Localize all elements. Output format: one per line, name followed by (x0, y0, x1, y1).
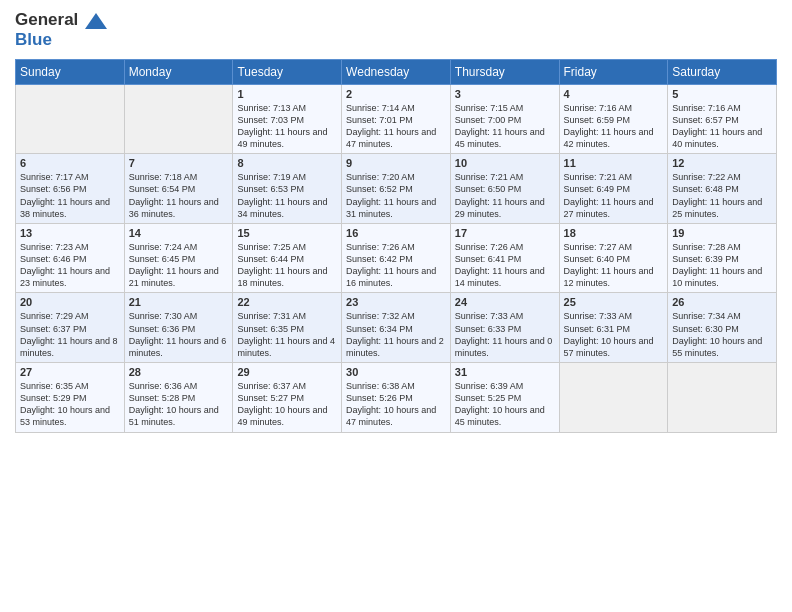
calendar-cell: 7Sunrise: 7:18 AMSunset: 6:54 PMDaylight… (124, 154, 233, 224)
cell-content: Sunrise: 7:16 AMSunset: 6:59 PMDaylight:… (564, 102, 664, 151)
day-number: 16 (346, 227, 446, 239)
cell-content: Sunrise: 7:20 AMSunset: 6:52 PMDaylight:… (346, 171, 446, 220)
weekday-header-wednesday: Wednesday (342, 59, 451, 84)
cell-content: Sunrise: 7:25 AMSunset: 6:44 PMDaylight:… (237, 241, 337, 290)
calendar-cell: 2Sunrise: 7:14 AMSunset: 7:01 PMDaylight… (342, 84, 451, 154)
cell-content: Sunrise: 6:35 AMSunset: 5:29 PMDaylight:… (20, 380, 120, 429)
calendar-cell: 22Sunrise: 7:31 AMSunset: 6:35 PMDayligh… (233, 293, 342, 363)
day-number: 6 (20, 157, 120, 169)
day-number: 15 (237, 227, 337, 239)
calendar-cell: 27Sunrise: 6:35 AMSunset: 5:29 PMDayligh… (16, 363, 125, 433)
calendar-cell: 9Sunrise: 7:20 AMSunset: 6:52 PMDaylight… (342, 154, 451, 224)
day-number: 3 (455, 88, 555, 100)
cell-content: Sunrise: 7:19 AMSunset: 6:53 PMDaylight:… (237, 171, 337, 220)
day-number: 14 (129, 227, 229, 239)
calendar-cell: 14Sunrise: 7:24 AMSunset: 6:45 PMDayligh… (124, 223, 233, 293)
weekday-header-tuesday: Tuesday (233, 59, 342, 84)
day-number: 13 (20, 227, 120, 239)
calendar-cell: 3Sunrise: 7:15 AMSunset: 7:00 PMDaylight… (450, 84, 559, 154)
weekday-header-thursday: Thursday (450, 59, 559, 84)
calendar-cell: 4Sunrise: 7:16 AMSunset: 6:59 PMDaylight… (559, 84, 668, 154)
cell-content: Sunrise: 6:37 AMSunset: 5:27 PMDaylight:… (237, 380, 337, 429)
calendar-cell (16, 84, 125, 154)
cell-content: Sunrise: 7:34 AMSunset: 6:30 PMDaylight:… (672, 310, 772, 359)
day-number: 17 (455, 227, 555, 239)
cell-content: Sunrise: 7:27 AMSunset: 6:40 PMDaylight:… (564, 241, 664, 290)
day-number: 7 (129, 157, 229, 169)
day-number: 22 (237, 296, 337, 308)
cell-content: Sunrise: 7:32 AMSunset: 6:34 PMDaylight:… (346, 310, 446, 359)
day-number: 30 (346, 366, 446, 378)
weekday-header-friday: Friday (559, 59, 668, 84)
day-number: 2 (346, 88, 446, 100)
day-number: 9 (346, 157, 446, 169)
day-number: 10 (455, 157, 555, 169)
cell-content: Sunrise: 7:16 AMSunset: 6:57 PMDaylight:… (672, 102, 772, 151)
calendar-cell: 18Sunrise: 7:27 AMSunset: 6:40 PMDayligh… (559, 223, 668, 293)
calendar-cell: 16Sunrise: 7:26 AMSunset: 6:42 PMDayligh… (342, 223, 451, 293)
cell-content: Sunrise: 7:24 AMSunset: 6:45 PMDaylight:… (129, 241, 229, 290)
day-number: 27 (20, 366, 120, 378)
cell-content: Sunrise: 6:38 AMSunset: 5:26 PMDaylight:… (346, 380, 446, 429)
day-number: 4 (564, 88, 664, 100)
logo-text: General (15, 10, 107, 30)
cell-content: Sunrise: 7:33 AMSunset: 6:33 PMDaylight:… (455, 310, 555, 359)
calendar-cell: 30Sunrise: 6:38 AMSunset: 5:26 PMDayligh… (342, 363, 451, 433)
cell-content: Sunrise: 7:30 AMSunset: 6:36 PMDaylight:… (129, 310, 229, 359)
day-number: 12 (672, 157, 772, 169)
cell-content: Sunrise: 7:29 AMSunset: 6:37 PMDaylight:… (20, 310, 120, 359)
logo: General Blue (15, 10, 107, 51)
calendar-cell: 8Sunrise: 7:19 AMSunset: 6:53 PMDaylight… (233, 154, 342, 224)
calendar-cell: 6Sunrise: 7:17 AMSunset: 6:56 PMDaylight… (16, 154, 125, 224)
day-number: 25 (564, 296, 664, 308)
day-number: 18 (564, 227, 664, 239)
calendar-cell: 12Sunrise: 7:22 AMSunset: 6:48 PMDayligh… (668, 154, 777, 224)
cell-content: Sunrise: 7:17 AMSunset: 6:56 PMDaylight:… (20, 171, 120, 220)
calendar-cell: 26Sunrise: 7:34 AMSunset: 6:30 PMDayligh… (668, 293, 777, 363)
day-number: 23 (346, 296, 446, 308)
calendar-cell: 25Sunrise: 7:33 AMSunset: 6:31 PMDayligh… (559, 293, 668, 363)
cell-content: Sunrise: 7:13 AMSunset: 7:03 PMDaylight:… (237, 102, 337, 151)
weekday-header-saturday: Saturday (668, 59, 777, 84)
day-number: 11 (564, 157, 664, 169)
cell-content: Sunrise: 7:33 AMSunset: 6:31 PMDaylight:… (564, 310, 664, 359)
calendar-cell: 21Sunrise: 7:30 AMSunset: 6:36 PMDayligh… (124, 293, 233, 363)
cell-content: Sunrise: 7:15 AMSunset: 7:00 PMDaylight:… (455, 102, 555, 151)
calendar-cell: 31Sunrise: 6:39 AMSunset: 5:25 PMDayligh… (450, 363, 559, 433)
day-number: 21 (129, 296, 229, 308)
cell-content: Sunrise: 7:26 AMSunset: 6:42 PMDaylight:… (346, 241, 446, 290)
calendar-cell: 23Sunrise: 7:32 AMSunset: 6:34 PMDayligh… (342, 293, 451, 363)
calendar-cell: 10Sunrise: 7:21 AMSunset: 6:50 PMDayligh… (450, 154, 559, 224)
calendar-cell: 24Sunrise: 7:33 AMSunset: 6:33 PMDayligh… (450, 293, 559, 363)
day-number: 26 (672, 296, 772, 308)
calendar-cell: 1Sunrise: 7:13 AMSunset: 7:03 PMDaylight… (233, 84, 342, 154)
logo-blue: Blue (15, 30, 107, 50)
day-number: 8 (237, 157, 337, 169)
calendar-cell (124, 84, 233, 154)
cell-content: Sunrise: 7:22 AMSunset: 6:48 PMDaylight:… (672, 171, 772, 220)
calendar: SundayMondayTuesdayWednesdayThursdayFrid… (15, 59, 777, 433)
calendar-cell: 15Sunrise: 7:25 AMSunset: 6:44 PMDayligh… (233, 223, 342, 293)
calendar-cell: 5Sunrise: 7:16 AMSunset: 6:57 PMDaylight… (668, 84, 777, 154)
day-number: 28 (129, 366, 229, 378)
cell-content: Sunrise: 7:18 AMSunset: 6:54 PMDaylight:… (129, 171, 229, 220)
cell-content: Sunrise: 7:21 AMSunset: 6:50 PMDaylight:… (455, 171, 555, 220)
cell-content: Sunrise: 7:23 AMSunset: 6:46 PMDaylight:… (20, 241, 120, 290)
svg-marker-0 (85, 13, 107, 29)
cell-content: Sunrise: 7:14 AMSunset: 7:01 PMDaylight:… (346, 102, 446, 151)
calendar-cell (559, 363, 668, 433)
cell-content: Sunrise: 7:21 AMSunset: 6:49 PMDaylight:… (564, 171, 664, 220)
calendar-cell: 29Sunrise: 6:37 AMSunset: 5:27 PMDayligh… (233, 363, 342, 433)
cell-content: Sunrise: 7:26 AMSunset: 6:41 PMDaylight:… (455, 241, 555, 290)
calendar-cell: 20Sunrise: 7:29 AMSunset: 6:37 PMDayligh… (16, 293, 125, 363)
calendar-cell (668, 363, 777, 433)
cell-content: Sunrise: 7:28 AMSunset: 6:39 PMDaylight:… (672, 241, 772, 290)
calendar-cell: 28Sunrise: 6:36 AMSunset: 5:28 PMDayligh… (124, 363, 233, 433)
weekday-header-monday: Monday (124, 59, 233, 84)
day-number: 20 (20, 296, 120, 308)
day-number: 24 (455, 296, 555, 308)
cell-content: Sunrise: 6:39 AMSunset: 5:25 PMDaylight:… (455, 380, 555, 429)
calendar-cell: 11Sunrise: 7:21 AMSunset: 6:49 PMDayligh… (559, 154, 668, 224)
calendar-cell: 17Sunrise: 7:26 AMSunset: 6:41 PMDayligh… (450, 223, 559, 293)
day-number: 29 (237, 366, 337, 378)
